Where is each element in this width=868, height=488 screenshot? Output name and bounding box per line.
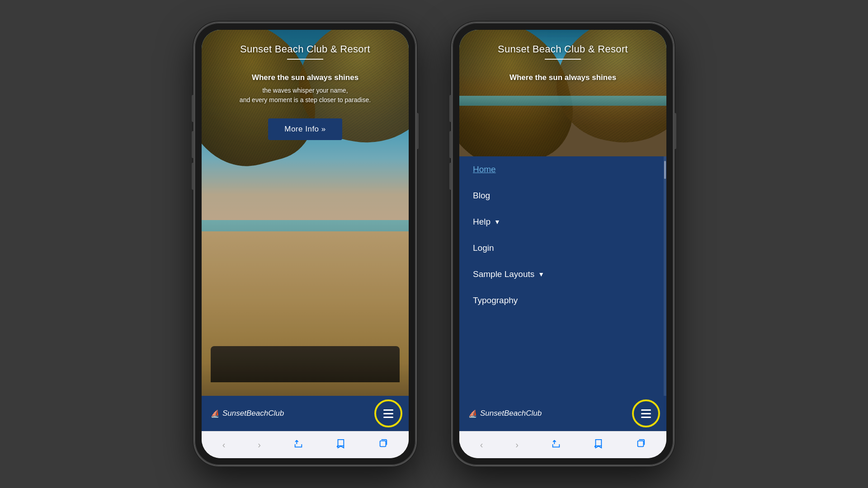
bookmarks-button-1[interactable]	[332, 435, 349, 455]
hero-section-1: Sunset Beach Club & Resort Where the sun…	[202, 30, 409, 396]
hamburger-button-1[interactable]	[374, 399, 402, 427]
phone-1: Sunset Beach Club & Resort Where the sun…	[194, 23, 416, 465]
menu-overlay: Home Blog Help ▼ Login Sample Layouts ▼	[459, 156, 666, 431]
chevron-down-icon-sample: ▼	[538, 271, 544, 278]
menu-item-typography[interactable]: Typography	[459, 287, 666, 314]
menu-item-blog[interactable]: Blog	[459, 183, 666, 209]
browser-toolbar-1: ‹ ›	[202, 431, 409, 458]
menu-item-help[interactable]: Help ▼	[459, 209, 666, 235]
resort-title-1: Sunset Beach Club & Resort	[240, 43, 370, 55]
title-divider-1	[287, 59, 323, 60]
resort-title-2: Sunset Beach Club & Resort	[498, 43, 628, 55]
phone-2: Sunset Beach Club & Resort Where the sun…	[452, 23, 674, 465]
menu-label-typography: Typography	[473, 296, 518, 305]
brand-name-2: SunsetBeachClub	[480, 409, 542, 418]
scrollbar	[664, 156, 666, 431]
chevron-down-icon-help: ▼	[494, 218, 500, 225]
hero-section-2: Sunset Beach Club & Resort Where the sun…	[459, 30, 666, 156]
hamburger-icon-2	[641, 409, 651, 418]
back-button-1[interactable]: ‹	[219, 436, 229, 454]
menu-label-login: Login	[473, 243, 494, 253]
menu-label-home: Home	[473, 164, 496, 174]
menu-item-home[interactable]: Home	[459, 156, 666, 183]
menu-label-sample-layouts: Sample Layouts	[473, 269, 534, 279]
back-button-2[interactable]: ‹	[476, 436, 487, 454]
more-info-button-1[interactable]: More Info »	[268, 118, 342, 140]
share-button-1[interactable]	[290, 435, 307, 455]
brand-logo-2: ⛵ SunsetBeachClub	[468, 409, 542, 418]
menu-item-login[interactable]: Login	[459, 235, 666, 261]
nav-menu: Home Blog Help ▼ Login Sample Layouts ▼	[459, 156, 666, 314]
tabs-button-2[interactable]	[632, 435, 649, 455]
footer-bar-2: ⛵ SunsetBeachClub	[459, 396, 666, 431]
tagline-bold-1: Where the sun always shines	[252, 73, 359, 82]
title-divider-2	[545, 59, 581, 60]
svg-rect-0	[380, 441, 386, 447]
scrollbar-thumb	[664, 161, 666, 179]
brand-icon-1: ⛵	[211, 409, 220, 418]
phone-screen-1: Sunset Beach Club & Resort Where the sun…	[202, 30, 409, 458]
menu-item-sample-layouts[interactable]: Sample Layouts ▼	[459, 261, 666, 287]
brand-logo-1: ⛵ SunsetBeachClub	[211, 409, 284, 418]
brand-name-1: SunsetBeachClub	[222, 409, 284, 418]
hero-content-2: Sunset Beach Club & Resort Where the sun…	[459, 30, 666, 156]
footer-bar-1: ⛵ SunsetBeachClub	[202, 396, 409, 431]
hero-content-1: Sunset Beach Club & Resort Where the sun…	[202, 30, 409, 396]
svg-rect-1	[638, 441, 644, 447]
hamburger-button-2[interactable]	[632, 399, 660, 427]
phone-screen-2: Sunset Beach Club & Resort Where the sun…	[459, 30, 666, 458]
forward-button-2[interactable]: ›	[512, 436, 522, 454]
share-button-2[interactable]	[547, 435, 565, 455]
menu-label-help: Help	[473, 217, 491, 227]
tabs-button-1[interactable]	[374, 435, 392, 455]
menu-label-blog: Blog	[473, 191, 490, 201]
hamburger-icon-1	[383, 409, 393, 418]
tagline-bold-2: Where the sun always shines	[509, 73, 616, 82]
bookmarks-button-2[interactable]	[590, 435, 607, 455]
forward-button-1[interactable]: ›	[254, 436, 264, 454]
tagline-normal-1: the waves whisper your name,and every mo…	[240, 86, 371, 105]
browser-toolbar-2: ‹ ›	[459, 431, 666, 458]
brand-icon-2: ⛵	[468, 409, 477, 418]
